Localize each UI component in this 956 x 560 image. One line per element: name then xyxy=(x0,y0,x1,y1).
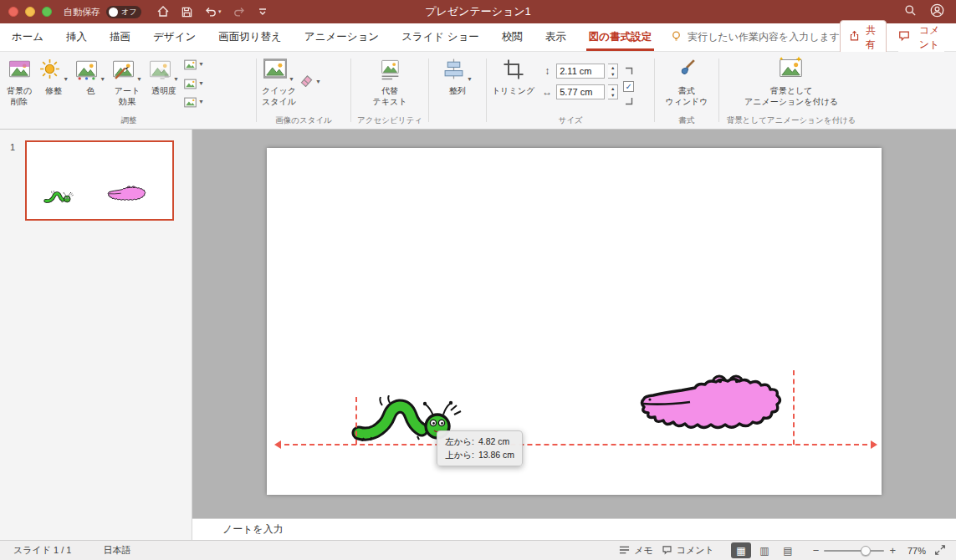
zoom-out-button[interactable]: − xyxy=(813,544,820,557)
remove-background-button[interactable]: 背景の削除 xyxy=(3,57,35,109)
tab-review[interactable]: 校閲 xyxy=(502,23,523,51)
tab-home[interactable]: ホーム xyxy=(12,23,43,51)
vertical-alignment-guide xyxy=(355,397,357,445)
shape-height-input[interactable] xyxy=(556,64,605,79)
notes-bar[interactable]: ノートを入力 xyxy=(192,518,956,540)
zoom-in-button[interactable]: + xyxy=(889,544,896,557)
ribbon-comments-button[interactable]: コメント xyxy=(898,23,944,52)
slideshow-view-button[interactable]: ▤ xyxy=(778,542,798,558)
zoom-slider[interactable] xyxy=(824,546,884,556)
group-label-background-animation: 背景としてアニメーションを付ける xyxy=(721,115,861,126)
chevron-down-icon: ▼ xyxy=(198,61,204,69)
slide[interactable]: 左から:4.82 cm 上から:13.86 cm xyxy=(267,148,882,495)
search-icon[interactable] xyxy=(904,4,917,20)
zoom-slider-track xyxy=(824,550,884,552)
memo-icon xyxy=(619,545,630,557)
chevron-down-icon: ▼ xyxy=(63,76,69,84)
slide-thumbnail[interactable] xyxy=(25,140,174,221)
account-icon[interactable] xyxy=(930,3,944,21)
slide-counter: スライド 1 / 1 xyxy=(13,544,72,557)
color-picture-icon xyxy=(75,58,98,84)
window-title: プレゼンテーション1 xyxy=(0,4,956,19)
crop-button[interactable]: トリミング xyxy=(488,57,538,99)
tell-me-box[interactable]: 実行したい作業内容を入力します xyxy=(670,23,840,51)
picture-border-button[interactable]: ▼ xyxy=(299,74,321,90)
tab-transitions[interactable]: 画面切り替え xyxy=(218,23,282,51)
toolbar-options-icon[interactable] xyxy=(257,6,268,18)
align-button[interactable]: ▼ 整列 xyxy=(439,57,476,99)
horizontal-alignment-guide xyxy=(276,444,876,445)
share-button[interactable]: 共有 xyxy=(840,20,887,55)
tab-slideshow[interactable]: スライド ショー xyxy=(401,23,479,51)
chevron-down-icon: ▼ xyxy=(100,76,105,84)
group-label-accessibility: アクセシビリティ xyxy=(353,115,427,126)
compress-picture-button[interactable]: ▼ xyxy=(184,59,204,70)
group-label-size: サイズ xyxy=(488,115,652,126)
zoom-percentage[interactable]: 77% xyxy=(901,546,926,556)
save-icon[interactable] xyxy=(181,6,193,18)
comment-bubble-icon xyxy=(898,30,910,44)
reset-picture-button[interactable]: ▼ xyxy=(184,97,204,108)
shape-width-input[interactable] xyxy=(556,84,605,99)
group-label-format: 書式 xyxy=(657,115,717,126)
tab-animations[interactable]: アニメーション xyxy=(304,23,379,51)
chevron-down-icon: ▼ xyxy=(136,76,142,84)
remove-background-icon xyxy=(8,58,31,84)
step-up-icon[interactable]: ▲ xyxy=(608,85,617,92)
group-separator xyxy=(486,59,487,122)
slide-sorter-view-button[interactable]: ▥ xyxy=(754,542,775,558)
minimize-window-button[interactable] xyxy=(25,7,35,17)
powerpoint-window: 自動保存 オフ ▾ プレゼンテーション1 xyxy=(0,0,956,560)
eraser-icon xyxy=(299,74,314,90)
autosave-label: 自動保存 xyxy=(64,6,100,18)
slide-thumbnail-panel: 1 xyxy=(0,130,192,540)
slide-canvas-area[interactable]: 左から:4.82 cm 上から:13.86 cm xyxy=(192,130,956,518)
comment-bubble-icon xyxy=(662,545,672,557)
status-bar: スライド 1 / 1 日本語 メモ コメント ▦ ▥ ▤ xyxy=(0,540,956,560)
color-button[interactable]: ▼ 色 xyxy=(72,57,109,99)
alt-text-button[interactable]: 代替テキスト xyxy=(370,57,411,109)
transparency-button[interactable]: ▼ 透明度 xyxy=(146,57,182,99)
lock-aspect-ratio-checkbox[interactable]: ✓ xyxy=(623,81,634,92)
notes-toggle-button[interactable]: メモ xyxy=(619,544,653,557)
tab-insert[interactable]: 挿入 xyxy=(66,23,87,51)
ribbon: 背景の削除 ▼ 修整 ▼ 色 xyxy=(0,52,956,130)
comments-toggle-button[interactable]: コメント xyxy=(662,544,714,557)
group-arrange: ▼ 整列 xyxy=(431,52,484,129)
animate-as-background-button[interactable]: 背景としてアニメーションを付ける xyxy=(741,57,841,109)
position-tooltip: 左から:4.82 cm 上から:13.86 cm xyxy=(437,430,523,466)
ribbon-tab-bar: ホーム 挿入 描画 デザイン 画面切り替え アニメーション スライド ショー 校… xyxy=(0,23,956,52)
fit-slide-to-window-icon[interactable] xyxy=(934,544,946,557)
share-icon xyxy=(849,30,860,44)
zoom-slider-knob[interactable] xyxy=(861,546,871,556)
crocodile-image[interactable] xyxy=(638,374,787,432)
tab-draw[interactable]: 描画 xyxy=(110,23,130,51)
height-stepper[interactable]: ▲▼ xyxy=(608,64,618,79)
step-up-icon[interactable]: ▲ xyxy=(608,64,617,71)
redo-button[interactable] xyxy=(233,5,246,18)
tab-design[interactable]: デザイン xyxy=(153,23,196,51)
alt-text-icon xyxy=(379,58,401,84)
format-pane-button[interactable]: 書式ウィンドウ xyxy=(662,57,711,109)
autosave-state: オフ xyxy=(121,7,136,18)
corrections-button[interactable]: ▼ 修整 xyxy=(35,57,72,99)
tab-view[interactable]: 表示 xyxy=(545,23,566,51)
language-indicator[interactable]: 日本語 xyxy=(104,544,131,557)
height-icon: ↕ xyxy=(541,65,553,77)
close-window-button[interactable] xyxy=(8,7,18,17)
traffic-lights xyxy=(8,7,52,17)
quick-styles-button[interactable]: ▼ クイックスタイル xyxy=(258,57,299,109)
normal-view-button[interactable]: ▦ xyxy=(731,542,751,558)
sun-icon xyxy=(38,58,61,84)
zoom-window-button[interactable] xyxy=(42,7,52,17)
tab-picture-format[interactable]: 図の書式設定 xyxy=(589,23,652,51)
autosave-toggle[interactable]: オフ xyxy=(106,6,141,18)
step-down-icon[interactable]: ▼ xyxy=(608,92,617,99)
home-icon[interactable] xyxy=(156,5,170,18)
artistic-effects-button[interactable]: ▼ アート効果 xyxy=(109,57,146,109)
change-picture-button[interactable]: ▼ xyxy=(184,79,204,89)
undo-button[interactable]: ▾ xyxy=(204,5,222,18)
width-stepper[interactable]: ▲▼ xyxy=(608,84,618,99)
step-down-icon[interactable]: ▼ xyxy=(608,71,617,78)
crop-icon xyxy=(503,59,524,84)
